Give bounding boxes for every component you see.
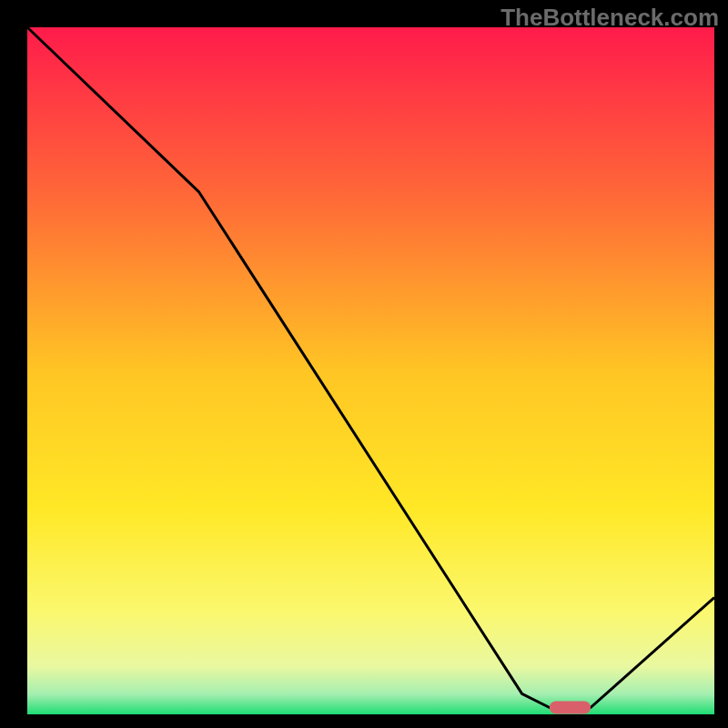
chart-svg: [0, 0, 728, 728]
chart-background: [27, 27, 714, 714]
chart-container: TheBottleneck.com: [0, 0, 728, 728]
watermark-text: TheBottleneck.com: [500, 4, 719, 32]
optimal-marker: [550, 701, 591, 713]
